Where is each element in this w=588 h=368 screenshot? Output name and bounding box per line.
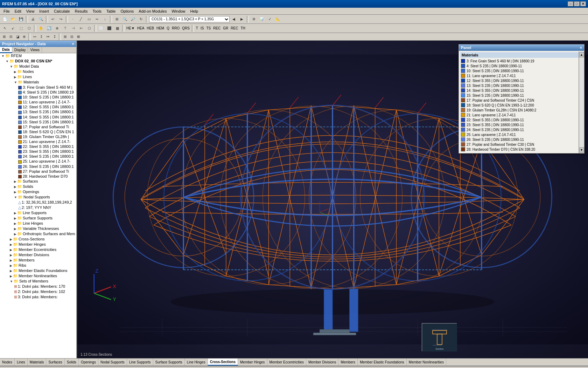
tree-item[interactable]: 3: Fine Grain Steel S 460 M | bbox=[0, 85, 76, 90]
bottom-tab-member-hinges[interactable]: Member Hinges bbox=[238, 359, 267, 366]
tree-item[interactable]: △1: 32,36,91,92,188,199,249,2 bbox=[0, 200, 76, 205]
tree-item[interactable]: ▶📁Orthotropic Surfaces and Mem bbox=[0, 231, 76, 237]
tb3-8[interactable]: ↧ bbox=[51, 34, 58, 40]
bottom-tab-solids[interactable]: Solids bbox=[65, 359, 79, 366]
menu-results[interactable]: Results bbox=[73, 8, 90, 14]
tree-item[interactable]: ▶📁Lines bbox=[0, 74, 76, 80]
menu-file[interactable]: File bbox=[1, 8, 12, 14]
undo-button[interactable]: ↩ bbox=[49, 15, 57, 23]
tree-item[interactable]: 28: Hardwood Timber D70 bbox=[0, 174, 76, 179]
zoom-fit[interactable]: ⊞ bbox=[113, 15, 121, 23]
select-button[interactable]: ↖ bbox=[1, 25, 9, 32]
panel-material-row[interactable]: 24: Steel S 235 | DIN 18800:1990-11 bbox=[460, 127, 583, 132]
member-icon[interactable]: ═ bbox=[93, 15, 101, 23]
menu-table[interactable]: Table bbox=[104, 8, 118, 14]
tree-item[interactable]: ⊞3: Dolní pás: Members: bbox=[0, 294, 76, 300]
menu-view[interactable]: View bbox=[24, 8, 37, 14]
load-icon[interactable]: ↓ bbox=[101, 15, 109, 23]
bottom-tab-member-nonlinearities[interactable]: Member Nonlinearities bbox=[407, 359, 446, 366]
panel-material-row[interactable]: 27: Poplar and Softwood Timber C30 | ČSN bbox=[460, 142, 583, 147]
tb3-9[interactable]: ⊞ bbox=[62, 34, 68, 40]
menu-edit[interactable]: Edit bbox=[13, 8, 23, 14]
tree-item[interactable]: ⊞1: Dolní pás: Members: 170 bbox=[0, 284, 76, 289]
tree-item[interactable]: △2: 197; YYY NNY bbox=[0, 205, 76, 210]
render-wire[interactable]: ⬜ bbox=[97, 25, 105, 32]
panel-close-btn[interactable]: × bbox=[580, 46, 582, 50]
line-icon[interactable]: ╱ bbox=[77, 15, 85, 23]
printpreview-button[interactable]: 🔍 bbox=[37, 15, 45, 23]
render-solid[interactable]: ⬛ bbox=[105, 25, 113, 32]
panel-material-row[interactable]: 11: Lano upravene | Z-14.7-411 bbox=[460, 73, 583, 78]
tree-item[interactable]: 15: Steel S 235 | DIN 18800:1 bbox=[0, 120, 76, 124]
menu-tools[interactable]: Tools bbox=[90, 8, 104, 14]
panel-material-row[interactable]: 15: Steel S 235 | DIN 18800:1990-11 bbox=[460, 93, 583, 98]
tree-item[interactable]: 11: Lano upravene | Z-14.7- bbox=[0, 100, 76, 104]
tree-item[interactable]: ▼📁DOX 02_00 CSN EN* bbox=[0, 59, 76, 64]
tree-item[interactable]: ▶📁Members bbox=[0, 258, 76, 263]
bottom-tab-cross-sections[interactable]: Cross-Sections bbox=[208, 359, 238, 366]
view-top[interactable]: ⊤ bbox=[61, 25, 69, 32]
tb3-1[interactable]: ⊞ bbox=[1, 34, 7, 40]
maximize-button[interactable]: □ bbox=[574, 1, 580, 6]
bottom-tab-nodal-supports[interactable]: Nodal Supports bbox=[98, 359, 127, 366]
tree-item[interactable]: 17: Poplar and Softwood Ti bbox=[0, 124, 76, 129]
tree-item[interactable]: ▶📁Nodes bbox=[0, 69, 76, 74]
tree-item[interactable]: 25: Lano upravene | Z-14.7- bbox=[0, 159, 76, 164]
tree-item[interactable]: 4: Steel S 235 | DIN 18800:19 bbox=[0, 90, 76, 95]
rotate[interactable]: ↻ bbox=[137, 15, 145, 23]
tb3-7[interactable]: ↦ bbox=[45, 34, 51, 40]
rotate3d[interactable]: 🔄 bbox=[45, 25, 53, 32]
tb3-4[interactable]: ⊕ bbox=[21, 34, 27, 40]
zoom-out[interactable]: 🔎 bbox=[129, 15, 137, 23]
panel-material-row[interactable]: 23: Steel S 355 | DIN 18800:1990-11 bbox=[460, 122, 583, 127]
deselect-button[interactable]: ↙ bbox=[9, 25, 17, 32]
render-shade[interactable]: ▩ bbox=[113, 25, 121, 32]
panel-material-row[interactable]: 14: Steel S 355 | DIN 18800:1990-11 bbox=[460, 88, 583, 93]
tree-item[interactable]: ⊞2: Dolní pás: Members: 102 bbox=[0, 289, 76, 294]
panel-material-row[interactable]: 19: Glulam Timber GL28h | ČSN EN 14080:2 bbox=[460, 108, 583, 113]
menu-insert[interactable]: Insert bbox=[37, 8, 51, 14]
nav-tab-views[interactable]: Views bbox=[28, 47, 42, 53]
panel-material-row[interactable]: 26: Steel S 235 | DIN 18800:1990-11 bbox=[460, 137, 583, 142]
tb3-11[interactable]: ⊠ bbox=[75, 34, 82, 40]
panel-material-row[interactable]: 13: Steel S 235 | DIN 18800:1990-11 bbox=[460, 83, 583, 88]
tree-item[interactable]: ▶📁Cross-Sections bbox=[0, 237, 76, 242]
surface-icon[interactable]: ▭ bbox=[85, 15, 93, 23]
tree-item[interactable]: 24: Steel S 235 | DIN 18800:1 bbox=[0, 154, 76, 159]
tree-item[interactable]: 13: Steel S 235 | DIN 18800:1 bbox=[0, 109, 76, 114]
tb3-10[interactable]: ⊟ bbox=[69, 34, 75, 40]
box-select[interactable]: ⬚ bbox=[17, 25, 25, 32]
save-button[interactable]: 💾 bbox=[17, 15, 25, 23]
check-button[interactable]: ✓ bbox=[266, 15, 274, 23]
tree-item[interactable]: ▼📁Sets of Members bbox=[0, 279, 76, 284]
tree-item[interactable]: ▶📁Member Hinges bbox=[0, 242, 76, 247]
bottom-tab-nodes[interactable]: Nodes bbox=[0, 359, 15, 366]
tree-item[interactable]: ▶📁Line Supports bbox=[0, 210, 76, 216]
panel-material-row[interactable]: 22: Steel S 355 | DIN 18800:1990-11 bbox=[460, 117, 583, 122]
panel-material-row[interactable]: 17: Poplar and Softwood Timber C24 | ČSN bbox=[460, 98, 583, 103]
panel-material-row[interactable]: 4: Steel S 235 | DIN 18800:1990-11 bbox=[460, 63, 583, 68]
tree-item[interactable]: ▶📁Member Nonlinearities bbox=[0, 273, 76, 279]
bottom-tab-line-hinges[interactable]: Line Hinges bbox=[185, 359, 208, 366]
panel-material-row[interactable]: 3: Fine Grain Steel S 460 M | DIN 18800:… bbox=[460, 59, 583, 63]
tree-item[interactable]: ▶📁Solids bbox=[0, 184, 76, 189]
scroll-down-btn[interactable]: ▼ bbox=[579, 148, 584, 152]
tree-item[interactable]: ▶📁Member Divisions bbox=[0, 252, 76, 258]
panel-material-row[interactable]: 25: Lano upravene | Z-14.7-411 bbox=[460, 132, 583, 137]
print-button[interactable]: 🖨 bbox=[29, 15, 37, 23]
3d-view[interactable]: X Y Z bbox=[77, 41, 588, 358]
zoom-region[interactable]: ⊕ bbox=[53, 25, 61, 32]
tree-item[interactable]: 26: Steel S 235 | DIN 18800:1 bbox=[0, 164, 76, 169]
panel-material-row[interactable]: 21: Lano upravene | Z-14.7-411 bbox=[460, 113, 583, 117]
bottom-tab-materials[interactable]: Materials bbox=[28, 359, 47, 366]
menu-options[interactable]: Options bbox=[118, 8, 136, 14]
tree-item[interactable]: 21: Lano upravene | Z-14.7- bbox=[0, 139, 76, 144]
design-button[interactable]: 📐 bbox=[274, 15, 282, 23]
panel-material-row[interactable]: 18: Steel S 620 Q | ČSN EN 1993-1-12:200 bbox=[460, 103, 583, 108]
tree-item[interactable]: ▶📁Surfaces bbox=[0, 179, 76, 184]
tree-item[interactable]: ▶📁Openings bbox=[0, 189, 76, 195]
close-button[interactable]: ✕ bbox=[580, 1, 586, 6]
bottom-tab-member-eccentricities[interactable]: Member Eccentricities bbox=[267, 359, 306, 366]
tree-item[interactable]: ▼📁Nodal Supports bbox=[0, 195, 76, 200]
menu-window[interactable]: Window bbox=[169, 8, 187, 14]
